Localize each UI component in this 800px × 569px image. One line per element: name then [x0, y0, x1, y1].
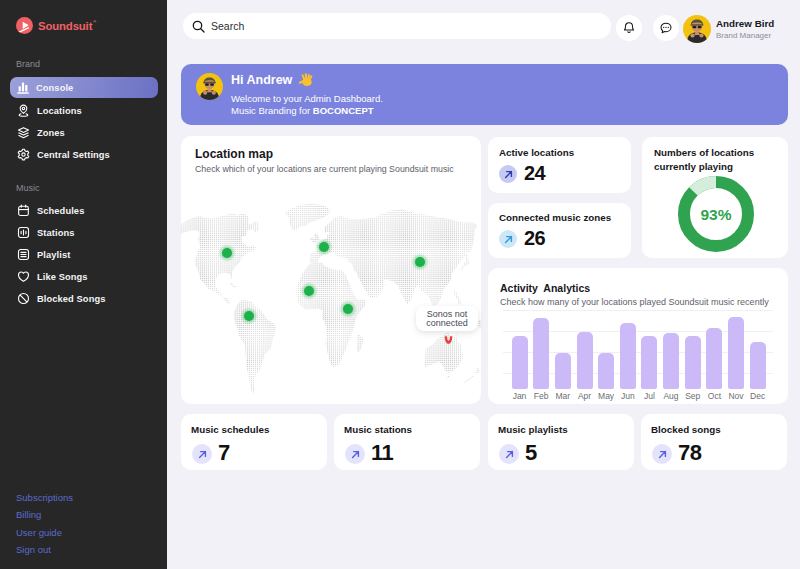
- svg-text:93%: 93%: [700, 206, 731, 223]
